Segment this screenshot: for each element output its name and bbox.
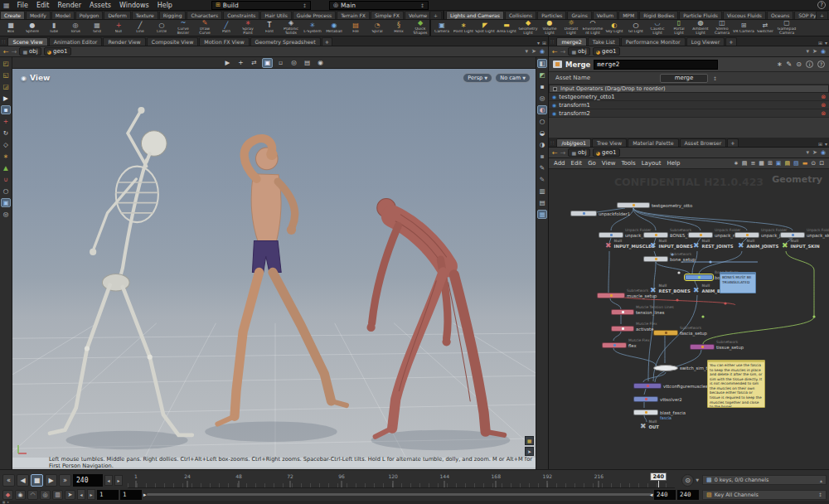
shelf-tool[interactable]: ● Sphere [22,20,43,36]
note-fascia[interactable]: You can either use the fascia to keep th… [707,360,765,408]
shelf-tab[interactable]: Vellum [593,11,618,19]
input-operator-row[interactable]: ◉ transform2 ⊗ [549,109,829,118]
shelf-tab[interactable]: Oceans [767,11,793,19]
network-menu-item[interactable]: Edit [571,160,583,167]
pin-icon[interactable]: ➤ [531,48,536,55]
network-editor[interactable]: CONFIDENTIAL H21.0.423 Geometry testgeom… [549,169,829,469]
pane-add-tab[interactable]: + [322,37,332,46]
globe-icon[interactable]: ◉ [821,48,826,55]
jump-end-button[interactable]: » [59,474,71,487]
shelf-tool[interactable]: ◫ Stereo Camera [711,20,733,36]
shelf-tool[interactable]: ▦ Grid [86,20,108,36]
shelf-tab[interactable]: Particle Fluids [679,11,722,19]
layout-grid-icon[interactable]: ▦ [525,436,534,445]
shelf-tool[interactable]: ╱ Line [129,20,151,36]
forward-icon[interactable]: → [12,48,17,56]
desktop-selector[interactable]: ⊞ Build ↕ [211,1,311,10]
shelf-tool[interactable]: ◎ Torus [65,20,86,36]
node-bonedeform1[interactable]: bonedeform1Bone Deform [685,274,713,280]
shelf-tool[interactable]: ◤ Spot Light [474,20,496,36]
node-testgeometry_otto[interactable]: testgeometry_otto [617,202,650,208]
shelf-tab[interactable]: Collisions [505,11,536,19]
pane-tab[interactable]: Motion FX View [199,37,249,46]
display-option-icon[interactable]: ▪ [537,82,547,91]
param-header-icon[interactable]: i [806,61,813,68]
path-dropdown-icon[interactable]: ▾ [526,48,529,55]
play-button[interactable]: ▶ [45,474,57,487]
node-muscle_setup[interactable]: muscle_setupSubnetwork [597,293,625,298]
shelf-tool[interactable]: ◠ Environment Light [582,20,604,36]
shelf-tool[interactable]: ▮ Tube [43,20,65,36]
toolbar-icon[interactable]: + [1,117,11,126]
shelf-tab[interactable]: Create [0,11,25,19]
pane-tab[interactable]: Performance Monitor [621,37,686,46]
shelf-tool[interactable]: ⊞ VR Camera [733,20,754,36]
display-option-icon[interactable]: ▥ [537,187,547,196]
shelf-tool[interactable]: ∗ Spray Paint [237,20,259,36]
help-button[interactable]: ? [817,1,826,9]
shelf-tab[interactable]: MPM [618,11,638,19]
node-tissue_setup[interactable]: tissue_setupSubnetwork [690,344,715,350]
back-icon[interactable]: ← [552,149,558,157]
pane-tab[interactable]: Geometry Spreadsheet [250,37,321,46]
toolbar-icon[interactable]: ○ [1,187,11,196]
prev-frame-button[interactable]: ◀ [17,474,29,487]
node-INPUT_MUSCLES[interactable]: ✖INPUT_MUSCLESNull [605,242,612,250]
pin-icon[interactable]: ➤ [812,149,817,156]
selection-tool-icon[interactable]: ⇄ [249,58,259,68]
network-menu-item[interactable]: Add [554,160,565,167]
expand-icon[interactable]: ➤ [525,447,534,456]
selection-tool-icon[interactable]: ▫ [275,58,286,68]
selection-tool-icon[interactable]: ◉ [315,58,326,68]
pane-menu-icon[interactable]: ▾ [825,141,827,147]
scoped-channels-icon[interactable]: ▥ [52,490,63,500]
node-vttsolver2[interactable]: vttsolver2 [633,396,658,402]
playback-range-slider[interactable]: ▸ ◂ [143,490,652,500]
shelf-tab[interactable]: Guide Process [293,11,336,19]
shelf-tool[interactable]: ▯ Portal Light [668,20,690,36]
breadcrumb-obj[interactable]: ▦obj [568,148,589,157]
shelf-tab[interactable]: Characters [187,11,222,19]
breadcrumb-geo1[interactable]: ◕geo1 [44,47,71,56]
node-OUT[interactable]: ✖OUTNull [640,423,647,430]
breadcrumb-obj[interactable]: ▦obj [19,47,41,56]
pane-tab[interactable]: Render View [103,37,145,46]
current-frame-field[interactable]: 240 [73,474,103,487]
shelf-tool[interactable]: ◍ Ambient Light [690,20,711,36]
node-activate[interactable]: activateMuscle Flex [611,326,634,332]
network-toolbar-icon[interactable]: ⊙ [811,160,816,167]
toolbar-icon[interactable]: ◎ [1,210,11,219]
shelf-tool[interactable]: ○ GI Light [625,20,647,36]
node-INPUT_BONES[interactable]: ✖INPUT_BONESNull [650,242,657,250]
display-option-icon[interactable]: ▦ [537,210,547,219]
shelf-tool[interactable]: ● Volume Light [539,20,560,36]
range-end-field[interactable]: 240 [677,490,699,500]
network-menu-item[interactable]: Layout [642,160,662,167]
network-menu-item[interactable]: Help [667,160,681,167]
toolbar-icon[interactable]: ◇ [1,140,11,149]
input-operator-row[interactable]: ◉ testgeometry_otto1 ⊗ [549,93,829,101]
shelf-tool[interactable]: ✳ L-System [302,20,323,36]
node-name-field[interactable] [594,60,718,70]
shelf-add-tab[interactable]: + [429,11,442,19]
auto-key-icon[interactable]: ◎ [40,490,51,500]
network-toolbar-icon[interactable]: ≡ [750,160,755,167]
shelf-tool[interactable]: ◡ Caustic Light [647,20,668,36]
selection-tool-icon[interactable]: + [235,58,246,68]
display-option-icon[interactable]: ◑ [537,140,547,149]
display-option-icon[interactable]: ▤ [537,198,547,207]
node-switch_sim_tissue[interactable]: switch_sim_tissue [653,365,678,371]
shelf-tool[interactable]: § Helix [388,20,410,36]
shelf-tab[interactable]: Texture [132,11,158,19]
asset-name-dropdown[interactable]: merge [660,74,708,83]
shelf-tab[interactable]: Model [51,11,75,19]
node-REST_JOINTS[interactable]: ✖REST_JOINTSNull [693,242,700,250]
toolbar-icon[interactable]: ▪ [1,105,11,114]
jump-start-button[interactable]: « [2,474,15,487]
cache-icon[interactable]: ▦ [2,501,5,504]
pin-icon[interactable]: ➤ [812,48,817,55]
breadcrumb-geo1[interactable]: ◕geo1 [593,47,620,56]
toolbar-icon[interactable]: ↻ [1,128,11,138]
memory-icon[interactable]: ➤ [7,501,9,504]
node-vttconfiguremusclesandtissue1[interactable]: vttconfiguremusclesandtissue1 [633,383,662,389]
